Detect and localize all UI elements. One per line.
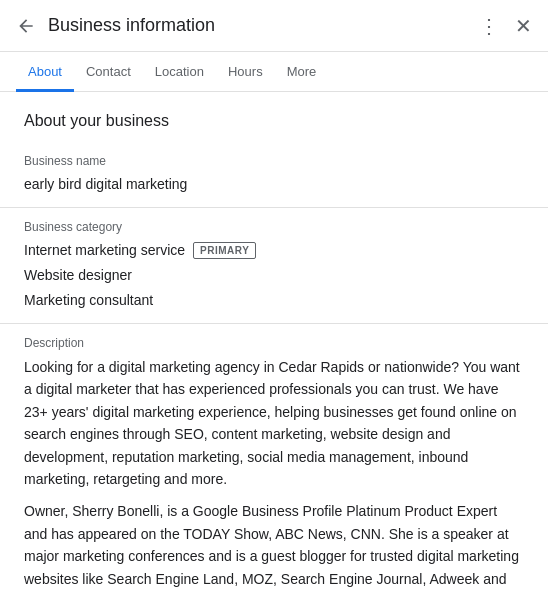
header: Business information ⋮ ✕ [0, 0, 548, 52]
primary-category-name: Internet marketing service [24, 240, 185, 261]
description-text-part1: Looking for a digital marketing agency i… [24, 356, 524, 490]
secondary-category-1: Website designer [24, 265, 524, 286]
tab-more[interactable]: More [275, 52, 329, 92]
business-category-label: Business category [24, 220, 524, 234]
back-button[interactable] [16, 16, 36, 36]
business-name-block: Business name early bird digital marketi… [0, 142, 548, 208]
page-title: Business information [48, 15, 479, 36]
content-area: About your business Business name early … [0, 92, 548, 595]
tab-about[interactable]: About [16, 52, 74, 92]
business-name-label: Business name [24, 154, 524, 168]
tab-contact[interactable]: Contact [74, 52, 143, 92]
tab-location[interactable]: Location [143, 52, 216, 92]
secondary-category-2: Marketing consultant [24, 290, 524, 311]
business-name-value: early bird digital marketing [24, 174, 524, 195]
description-label: Description [24, 336, 524, 350]
primary-badge: PRIMARY [193, 242, 256, 259]
primary-category-row: Internet marketing service PRIMARY [24, 240, 524, 261]
business-category-block: Business category Internet marketing ser… [0, 208, 548, 324]
about-section-title: About your business [0, 92, 548, 142]
category-list: Internet marketing service PRIMARY Websi… [24, 240, 524, 311]
tabs-bar: About Contact Location Hours More [0, 52, 548, 92]
description-block: Description Looking for a digital market… [0, 324, 548, 595]
description-text-part2: Owner, Sherry Bonelli, is a Google Busin… [24, 500, 524, 595]
tab-hours[interactable]: Hours [216, 52, 275, 92]
close-icon[interactable]: ✕ [515, 16, 532, 36]
header-actions: ⋮ ✕ [479, 16, 532, 36]
more-icon[interactable]: ⋮ [479, 16, 499, 36]
